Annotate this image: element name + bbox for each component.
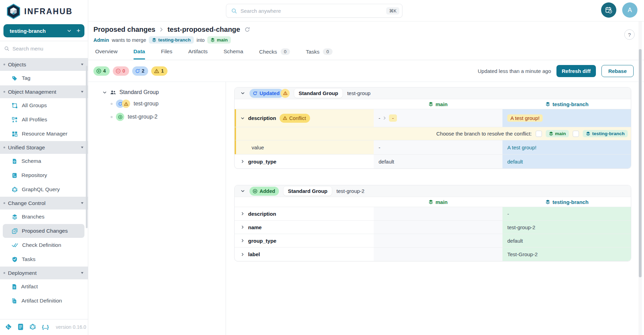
breadcrumb-proposed-changes[interactable]: Proposed changes [93,26,155,34]
avatar[interactable]: A [622,2,637,18]
minus-circle-icon [116,68,121,74]
chevron-down-icon [81,272,84,274]
tab-artifacts[interactable]: Artifacts [188,48,208,59]
chevron-right-icon [241,212,245,216]
expand-row-button[interactable] [241,212,245,216]
help-button[interactable]: ? [624,29,635,40]
refresh-icon[interactable] [244,27,250,32]
chevron-down-icon[interactable] [102,90,107,95]
resolve-branch-checkbox[interactable] [573,131,579,137]
sidebar-item-artifact-definition[interactable]: Artifact Definition [3,294,84,308]
sidebar-item-check-definition[interactable]: Check Definition [3,238,84,252]
section-object-management[interactable]: Object Management [0,85,88,98]
tree-node-standard-group[interactable]: Standard Group [102,89,226,95]
conflict-count-badge: 1 [151,66,167,76]
tab-bar: Overview Data Files Artifacts Schema Che… [88,48,644,60]
infrahub-logo-icon [6,3,21,19]
section-unified-storage[interactable]: Unified Storage [0,141,88,154]
bullet-icon [3,64,5,65]
node-status-badges [116,100,130,108]
refresh-icon [253,91,257,96]
sidebar-search[interactable] [0,41,88,56]
sidebar-scrollbar[interactable] [86,66,88,228]
sidebar-item-label: Tasks [22,256,36,262]
repository-icon [12,173,17,178]
sidebar-item-all-groups[interactable]: All Groups [3,99,84,112]
tab-data[interactable]: Data [134,48,145,59]
branch-icon [210,38,215,42]
branch-value: - [507,211,509,217]
scrollbar-thumb[interactable] [639,49,642,277]
sidebar-item-proposed-changes[interactable]: Proposed Changes [3,224,84,238]
diff-row-group-type: group_type default default [235,155,631,168]
main-value-cell [374,207,502,220]
tree-node-test-group[interactable]: test-group [111,99,226,109]
diff-toolbar: 4 0 2 1 Updated less than a minute ago R… [88,60,644,82]
git-icon[interactable] [5,324,12,330]
collapse-card-button[interactable] [241,189,245,193]
diff-card-header: Added Standard Group test-group-2 [235,185,631,197]
current-branch-label: testing-branch [10,28,67,34]
branch-icon [428,102,433,106]
plus-circle-icon [253,189,257,194]
tab-files[interactable]: Files [161,48,172,59]
chevron-right-icon [241,225,245,229]
section-deployment[interactable]: Deployment [0,267,88,279]
section-change-control[interactable]: Change Control [0,197,88,210]
code-icon[interactable]: {...} [42,324,48,330]
global-search[interactable]: ⌘K [226,4,402,18]
sidebar-item-artifact[interactable]: Artifact [3,280,84,294]
global-search-input[interactable] [241,8,386,14]
sidebar-item-all-profiles[interactable]: All Profiles [3,113,84,127]
docs-icon[interactable] [18,324,24,330]
graphql-docs-icon[interactable] [29,324,36,330]
expand-row-button[interactable] [241,239,245,243]
refresh-diff-button[interactable]: Refresh diff [556,65,596,77]
branch-selector[interactable]: testing-branch + [3,24,84,37]
sidebar-item-branches[interactable]: Branches [3,210,84,224]
resolve-main-checkbox[interactable] [536,131,542,137]
diff-row-value: value - A test group! [235,140,631,155]
sidebar-item-repository[interactable]: Repository [3,168,84,182]
expand-row-button[interactable] [241,252,245,257]
collapse-row-button[interactable] [241,116,245,120]
groups-icon [12,103,18,109]
tab-overview[interactable]: Overview [95,48,118,59]
sidebar-search-input[interactable] [12,46,71,52]
tab-schema[interactable]: Schema [224,48,243,59]
branch-icon [428,199,433,204]
sidebar-item-schema[interactable]: Schema [3,154,84,168]
schedule-button[interactable] [601,2,616,18]
main-value-cell [374,248,502,261]
sidebar-item-resource-manager[interactable]: Resource Manager [3,127,84,141]
sidebar: INFRAHUB testing-branch + Objects Tag [0,0,88,335]
tab-tasks[interactable]: Tasks0 [306,48,333,60]
expand-row-button[interactable] [241,225,245,229]
create-branch-button[interactable]: + [76,27,80,35]
main-value: - [379,145,380,150]
sidebar-item-graphql-query[interactable]: GraphQL Query [3,183,84,196]
attribute-name: description [248,211,276,217]
author-link[interactable]: Admin [93,37,109,43]
tasks-icon [12,257,18,262]
main-scrollbar[interactable] [638,21,642,335]
main-value-cell: - - [374,109,502,127]
rebase-button[interactable]: Rebase [601,65,634,77]
sidebar-item-tag[interactable]: Tag [3,71,84,85]
attr-column-header [235,99,374,109]
search-icon [231,8,237,14]
calendar-clock-icon [605,6,613,14]
tree-node-label: test-group-2 [128,114,157,120]
branches-icon [12,214,18,220]
sidebar-item-tasks[interactable]: Tasks [3,252,84,266]
tree-node-test-group-2[interactable]: test-group-2 [111,112,226,122]
section-objects[interactable]: Objects [0,58,88,71]
tab-checks[interactable]: Checks0 [259,48,290,60]
new-value-highlighted: - [389,114,397,122]
collapse-card-button[interactable] [241,91,245,95]
sidebar-item-label: Tag [22,75,30,81]
main-column-header: main [374,99,502,109]
expand-row-button[interactable] [241,159,245,164]
branch-value-cell: test-group-2 [502,221,631,234]
logo[interactable]: INFRAHUB [0,0,88,23]
